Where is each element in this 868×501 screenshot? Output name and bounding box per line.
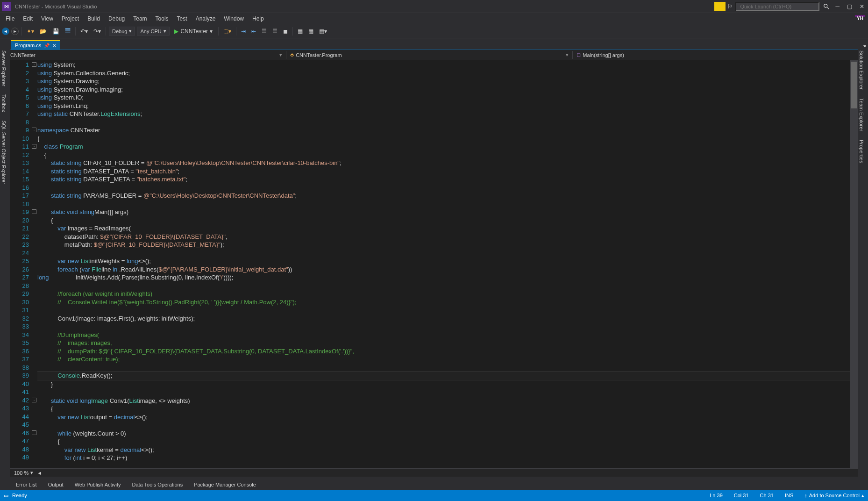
bottom-tool-tabs: Error List Output Web Publish Activity D… [0,477,868,490]
step-button-2[interactable]: ⇤ [249,27,258,36]
line-gutter: 1-23456789-1011-1213141516171819-2021222… [10,60,37,477]
class-nav-dropdown[interactable]: ⬘CNNTester.Program▾ [286,51,573,59]
solution-explorer-tab[interactable]: Solution Explorer [858,47,868,93]
server-explorer-tab[interactable]: Server Explorer [0,47,10,90]
close-button[interactable]: ✕ [858,2,866,11]
nav-back-button[interactable]: ◄ [2,28,9,35]
config-dropdown[interactable]: Debug▾ [109,27,135,36]
menu-view[interactable]: View [37,14,57,23]
web-publish-tab[interactable]: Web Publish Activity [70,480,126,489]
zoom-bar: 100 % ▾ ◄ [10,468,858,477]
close-tab-icon[interactable]: ✕ [52,43,56,48]
zoom-level[interactable]: 100 % [14,470,28,476]
save-all-button[interactable]: 𝍣 [63,26,72,36]
menu-team[interactable]: Team [129,14,150,23]
toolbar-btn-a[interactable]: ▦ [296,27,305,36]
window-title: CNNTester - Microsoft Visual Studio [15,4,714,9]
properties-tab[interactable]: Properties [858,136,868,167]
undo-button[interactable]: ↶▾ [78,27,90,36]
status-line: Ln 39 [710,493,723,498]
sql-explorer-tab[interactable]: SQL Server Object Explorer [0,117,10,188]
search-icon[interactable] [823,3,830,10]
title-bar: ⋈ CNNTester - Microsoft Visual Studio ⚐ … [0,0,868,13]
step-button-1[interactable]: ⇥ [239,27,248,36]
add-source-control-button[interactable]: ↑Add to Source Control▴ [804,493,864,499]
status-char: Ch 31 [760,493,774,498]
menu-file[interactable]: File [2,14,18,23]
status-bar: ▭ Ready Ln 39 Col 31 Ch 31 INS ↑Add to S… [0,490,868,501]
project-nav-dropdown[interactable]: ▣CNNTester▾ [0,51,286,59]
code-nav-bar: ▣CNNTester▾ ⬘CNNTester.Program▾ ◻Main(st… [0,50,868,60]
svg-point-0 [824,4,827,7]
save-button[interactable]: 💾 [50,27,61,36]
status-icon: ▭ [4,493,8,499]
member-nav-dropdown[interactable]: ◻Main(string[] args)▾ [573,51,868,59]
status-ins: INS [785,493,793,498]
user-badge[interactable]: YH [855,15,865,17]
start-debug-button[interactable]: ▶CNNTester▾ [171,27,215,36]
menu-test[interactable]: Test [173,14,191,23]
tab-program-cs[interactable]: Program.cs 📌 ✕ [11,40,60,50]
platform-dropdown[interactable]: Any CPU▾ [137,27,170,36]
menu-build[interactable]: Build [84,14,104,23]
code-editor[interactable]: 1-23456789-1011-1213141516171819-2021222… [10,60,858,477]
notification-flag-icon[interactable] [714,2,726,11]
toolbar: ◄ ► ✦▾ 📂 💾 𝍣 ↶▾ ↷▾ Debug▾ Any CPU▾ ▶CNNT… [0,24,868,38]
data-tools-tab[interactable]: Data Tools Operations [128,480,188,489]
flag-icon[interactable]: ⚐ [727,3,733,10]
status-ready: Ready [12,493,27,498]
bookmark-button[interactable]: ◼ [281,27,290,36]
browse-button[interactable]: ⬚▾ [221,27,233,36]
code-area[interactable]: using System;using System.Collections.Ge… [37,60,850,477]
comment-button[interactable]: ☰ [260,27,269,36]
maximize-button[interactable]: ▢ [845,2,854,11]
right-tool-tabs: Solution Explorer Team Explorer Properti… [858,47,868,167]
toolbox-tab[interactable]: Toolbox [0,91,10,116]
vs-logo-icon: ⋈ [2,2,11,11]
menu-project[interactable]: Project [58,14,83,23]
menu-analyze[interactable]: Analyze [192,14,220,23]
error-list-tab[interactable]: Error List [11,480,42,489]
status-col: Col 31 [734,493,749,498]
toolbar-btn-b[interactable]: ▦ [306,27,315,36]
svg-line-1 [827,7,829,9]
new-project-button[interactable]: ✦▾ [25,27,36,36]
team-explorer-tab[interactable]: Team Explorer [858,94,868,135]
uncomment-button[interactable]: ☰ [270,27,279,36]
nav-forward-button[interactable]: ► [11,28,19,35]
package-manager-tab[interactable]: Package Manager Console [189,480,261,489]
quick-launch-input[interactable] [735,2,819,11]
output-tab[interactable]: Output [43,480,68,489]
left-tool-tabs: Server Explorer Toolbox SQL Server Objec… [0,47,10,188]
zoom-dropdown-icon[interactable]: ▾ [30,470,33,476]
toolbar-btn-c[interactable]: ▦▾ [317,27,329,36]
redo-button[interactable]: ↷▾ [92,27,103,36]
open-file-button[interactable]: 📂 [38,27,49,36]
vertical-scrollbar[interactable] [850,60,858,477]
menu-edit[interactable]: Edit [19,14,36,23]
minimize-button[interactable]: ─ [833,2,841,11]
scroll-thumb[interactable] [851,62,857,108]
menu-help[interactable]: Help [249,14,268,23]
menu-window[interactable]: Window [220,14,248,23]
document-tabs: Program.cs 📌 ✕ ▾ [0,38,868,50]
pin-icon[interactable]: 📌 [44,43,50,48]
menu-bar: File Edit View Project Build Debug Team … [0,13,868,24]
menu-debug[interactable]: Debug [105,14,128,23]
tab-label: Program.cs [15,43,41,48]
menu-tools[interactable]: Tools [152,14,172,23]
